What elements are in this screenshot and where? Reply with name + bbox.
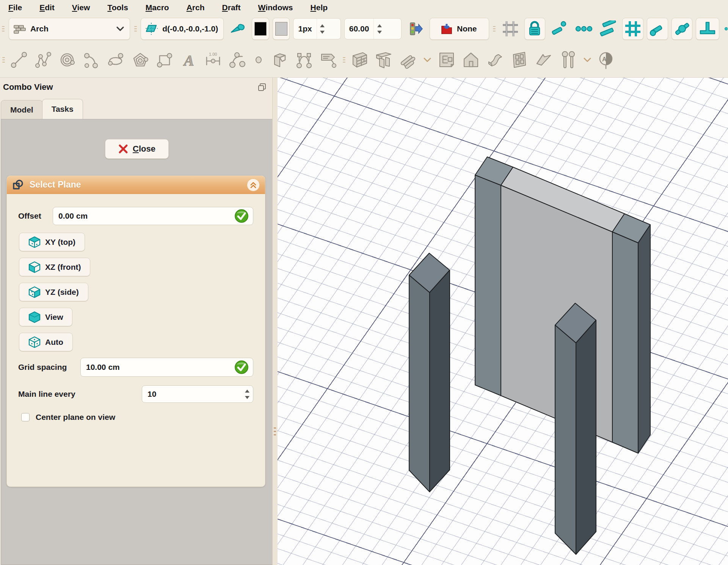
column-left[interactable]	[409, 253, 450, 492]
arch-wall-button[interactable]	[349, 48, 370, 72]
arch-panel-button[interactable]	[533, 48, 554, 72]
arch-window-button[interactable]	[509, 48, 530, 72]
chevron-down-icon	[116, 26, 124, 31]
tab-model[interactable]: Model	[1, 100, 43, 119]
annotation-scale-button[interactable]: A	[596, 48, 617, 72]
snap-midpoint-button[interactable]	[672, 18, 693, 40]
draft-text-button[interactable]: A	[178, 48, 199, 72]
plane-view-button[interactable]: View	[19, 308, 72, 326]
draft-rectangle-button[interactable]	[154, 48, 175, 72]
3d-viewport[interactable]	[278, 78, 728, 565]
menu-macro[interactable]: Macro	[146, 3, 169, 12]
snap-perpendicular-button[interactable]	[696, 18, 719, 40]
menu-tools[interactable]: Tools	[107, 3, 128, 12]
draft-bezier-button[interactable]	[293, 48, 315, 72]
collapse-chevrons-icon	[249, 181, 257, 189]
fillet-icon	[229, 51, 246, 69]
menu-windows[interactable]: Windows	[258, 3, 293, 12]
close-button[interactable]: Close	[105, 139, 169, 159]
dock-splitter[interactable]	[272, 78, 278, 565]
toolbar-grip[interactable]	[2, 21, 5, 36]
apply-style-button[interactable]	[405, 18, 426, 40]
draft-polyline-button[interactable]	[33, 48, 54, 72]
menu-arch[interactable]: Arch	[187, 3, 205, 12]
draft-arc-button[interactable]	[81, 48, 102, 72]
rebar-dropdown-button[interactable]	[422, 48, 433, 72]
plane-xy-top-button[interactable]: XY (top)	[19, 233, 85, 251]
autogroup-button[interactable]	[227, 18, 248, 40]
text-size-spinbox[interactable]: 60.00	[344, 18, 402, 39]
menu-view[interactable]: View	[72, 3, 90, 12]
annotation-scale-icon: A	[598, 50, 616, 69]
snap-endpoint-button[interactable]	[647, 18, 668, 40]
layer-icon	[440, 22, 453, 35]
draft-arch-toolbar: A 1.00	[0, 42, 728, 78]
snap-grid-button[interactable]	[622, 18, 643, 40]
draft-ellipse-button[interactable]	[105, 48, 127, 72]
spin-down-icon[interactable]	[377, 31, 382, 34]
spin-up-icon[interactable]	[320, 24, 325, 27]
arch-rebar-button[interactable]	[397, 48, 419, 72]
center-plane-checkbox[interactable]	[21, 413, 30, 421]
toolbar-grip[interactable]	[2, 52, 5, 67]
toggle-grid-button[interactable]	[500, 18, 521, 40]
arch-pipe-button[interactable]	[557, 48, 579, 72]
collapse-section-button[interactable]	[247, 178, 260, 191]
arch-roof-button[interactable]	[485, 48, 506, 72]
layer-selector[interactable]: None	[430, 18, 489, 40]
line-icon	[10, 51, 28, 69]
cube-wire-icon	[28, 336, 41, 348]
snap-parallel-button[interactable]	[598, 18, 619, 40]
pipe-dropdown-button[interactable]	[582, 48, 593, 72]
arch-building-button[interactable]	[460, 48, 482, 72]
draft-polygon-button[interactable]	[130, 48, 151, 72]
menu-file[interactable]: File	[8, 3, 22, 12]
plane-auto-button[interactable]: Auto	[19, 333, 73, 351]
toolbar-grip[interactable]	[493, 21, 496, 36]
center-plane-label: Center plane on view	[36, 413, 115, 422]
arch-structure-button[interactable]	[373, 48, 394, 72]
snap-lock-button[interactable]	[524, 18, 546, 40]
column-right[interactable]	[555, 303, 596, 554]
menu-edit[interactable]: Edit	[39, 3, 55, 12]
spin-up-icon[interactable]	[245, 390, 249, 393]
arch-level-button[interactable]	[436, 48, 457, 72]
menu-draft[interactable]: Draft	[222, 3, 241, 12]
offset-input[interactable]: 0.00 cm	[53, 207, 253, 225]
spin-up-icon[interactable]	[377, 24, 382, 27]
draft-facebinder-button[interactable]	[269, 48, 290, 72]
cube-top-icon	[28, 236, 41, 248]
snap-special-button[interactable]	[573, 18, 595, 40]
spin-down-icon[interactable]	[245, 396, 249, 399]
svg-text:A: A	[183, 52, 194, 69]
dock-float-button[interactable]	[257, 82, 267, 92]
draft-circle-button[interactable]	[57, 48, 78, 72]
spin-down-icon[interactable]	[320, 31, 325, 34]
draft-dimension-button[interactable]: 1.00	[202, 48, 224, 72]
face-color-swatch	[275, 22, 287, 36]
draft-fillet-button[interactable]	[227, 48, 248, 72]
plane-yz-side-button[interactable]: YZ (side)	[19, 283, 88, 301]
tab-tasks[interactable]: Tasks	[42, 99, 83, 119]
draft-label-button[interactable]	[318, 48, 339, 72]
toolbar-grip[interactable]	[133, 21, 137, 36]
line-width-spinbox[interactable]: 1px	[293, 18, 340, 39]
facebinder-icon	[271, 51, 289, 69]
draft-point-button[interactable]	[251, 48, 266, 72]
plane-xz-front-button[interactable]: XZ (front)	[19, 258, 90, 276]
menu-help[interactable]: Help	[311, 3, 328, 12]
polyline-icon	[35, 51, 52, 69]
workbench-selector[interactable]: Arch	[9, 18, 130, 40]
combo-view-dock: Combo View Model Tasks Close Select Plan…	[0, 78, 272, 565]
snap-near-button[interactable]	[549, 18, 570, 40]
snap-endpoint-icon	[649, 20, 666, 37]
face-color-button[interactable]	[273, 18, 290, 40]
draft-line-button[interactable]	[8, 48, 30, 72]
line-color-button[interactable]	[252, 18, 269, 40]
grid-spacing-input[interactable]: 10.00 cm	[80, 358, 253, 377]
toolbar-grip[interactable]	[342, 52, 346, 67]
snap-clipped-button[interactable]	[723, 18, 728, 40]
main-line-spinbox[interactable]: 10	[142, 385, 253, 403]
working-plane-button[interactable]: d(-0.0,-0.0,-1.0)	[141, 18, 224, 40]
line-color-swatch	[254, 22, 267, 36]
